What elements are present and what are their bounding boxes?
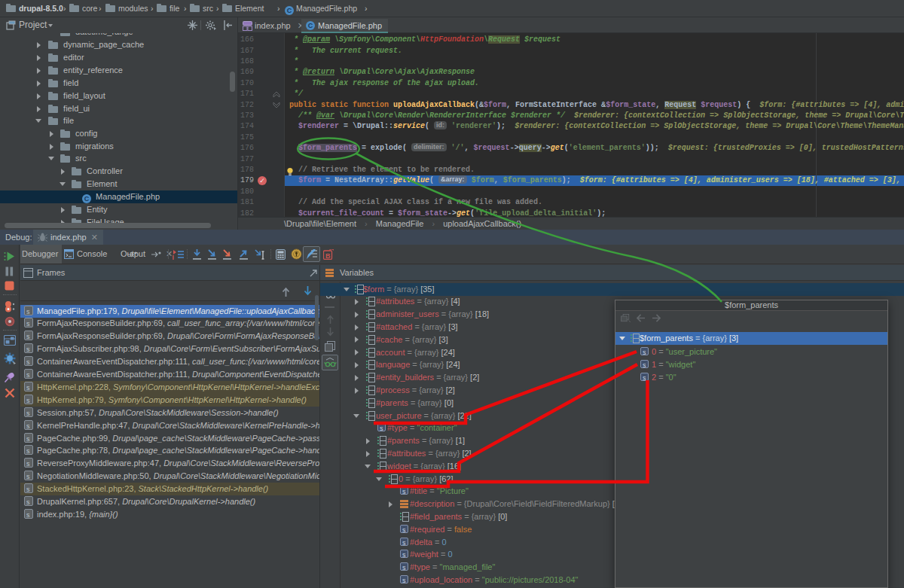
svg-text:B: B	[325, 252, 331, 260]
